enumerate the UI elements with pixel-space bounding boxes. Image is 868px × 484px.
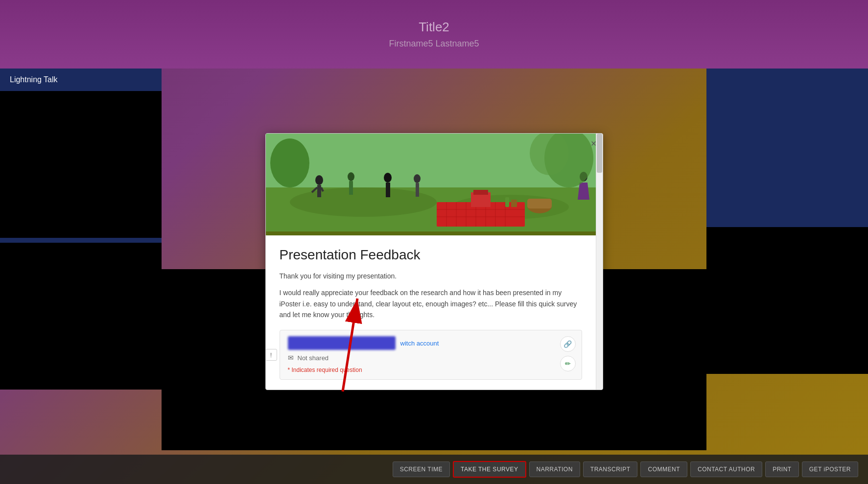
contact-author-button[interactable]: CONTACT AUTHOR bbox=[690, 461, 762, 477]
svg-point-21 bbox=[348, 172, 354, 181]
form-not-shared-row: ✉ Not shared bbox=[288, 354, 574, 362]
form-edit-icon[interactable]: ✏ bbox=[560, 356, 576, 371]
feedback-text1: Thank you for visiting my presentation. bbox=[280, 271, 582, 281]
modal-close-button[interactable]: × bbox=[591, 138, 597, 148]
not-shared-text: Not shared bbox=[298, 354, 329, 362]
presentation-title: Title2 bbox=[419, 20, 449, 35]
right-panel-dark-blue bbox=[706, 69, 868, 227]
feedback-text2: I would really appreciate your feedback … bbox=[280, 287, 582, 320]
svg-point-25 bbox=[414, 174, 421, 183]
modal-dialog: × bbox=[265, 133, 603, 391]
form-account-row: witch account bbox=[288, 336, 574, 350]
svg-point-23 bbox=[384, 173, 392, 183]
form-required-note: * Indicates required question bbox=[288, 367, 574, 373]
form-exclaim-icon: ! bbox=[265, 349, 277, 361]
top-header: Title2 Firstname5 Lastname5 bbox=[0, 0, 868, 69]
form-area: ! witch account ✉ Not shared * Indicates… bbox=[280, 330, 582, 380]
screen-time-button[interactable]: SCREEN TIME bbox=[393, 461, 450, 477]
svg-rect-32 bbox=[505, 197, 509, 207]
left-panel-divider bbox=[0, 238, 162, 243]
svg-point-29 bbox=[270, 138, 309, 187]
bottom-toolbar: SCREEN TIME TAKE THE SURVEY NARRATION TR… bbox=[0, 455, 868, 484]
svg-point-17 bbox=[315, 175, 323, 185]
svg-rect-26 bbox=[416, 183, 419, 197]
form-switch-account[interactable]: witch account bbox=[400, 340, 439, 347]
form-account-blurred bbox=[288, 336, 396, 350]
svg-rect-35 bbox=[527, 199, 552, 208]
feedback-content: Presentation Feedback Thank you for visi… bbox=[266, 235, 596, 390]
modal-overlay: × bbox=[162, 69, 706, 455]
lightning-talk-label: Lightning Talk bbox=[0, 69, 162, 91]
left-panel-video bbox=[0, 91, 162, 238]
take-survey-button[interactable]: TAKE THE SURVEY bbox=[453, 461, 526, 478]
narration-button[interactable]: NARRATION bbox=[529, 461, 580, 477]
modal-image bbox=[266, 134, 596, 231]
svg-rect-24 bbox=[386, 183, 390, 197]
comment-button[interactable]: COMMENT bbox=[640, 461, 687, 477]
envelope-icon: ✉ bbox=[288, 354, 294, 362]
get-iposter-button[interactable]: GET iPOSTER bbox=[802, 461, 858, 477]
transcript-button[interactable]: TRANSCRIPT bbox=[583, 461, 638, 477]
feedback-section-bar bbox=[266, 231, 596, 235]
feedback-title: Presentation Feedback bbox=[280, 247, 582, 263]
svg-marker-28 bbox=[578, 183, 589, 200]
svg-rect-33 bbox=[511, 200, 517, 207]
form-link-icon[interactable]: 🔗 bbox=[560, 336, 576, 352]
left-panel-video2 bbox=[0, 243, 162, 390]
print-button[interactable]: PRINT bbox=[765, 461, 799, 477]
right-panel-video bbox=[706, 227, 868, 374]
modal-scrollbar-thumb[interactable] bbox=[597, 134, 602, 173]
modal-scrollbar[interactable] bbox=[596, 134, 603, 390]
svg-rect-22 bbox=[349, 181, 353, 195]
right-panel bbox=[706, 69, 868, 484]
svg-rect-18 bbox=[317, 185, 321, 197]
form-icons: 🔗 ✏ bbox=[560, 336, 576, 371]
presentation-author: Firstname5 Lastname5 bbox=[389, 39, 479, 49]
left-panel: Lightning Talk bbox=[0, 69, 162, 484]
svg-rect-16 bbox=[473, 190, 488, 195]
